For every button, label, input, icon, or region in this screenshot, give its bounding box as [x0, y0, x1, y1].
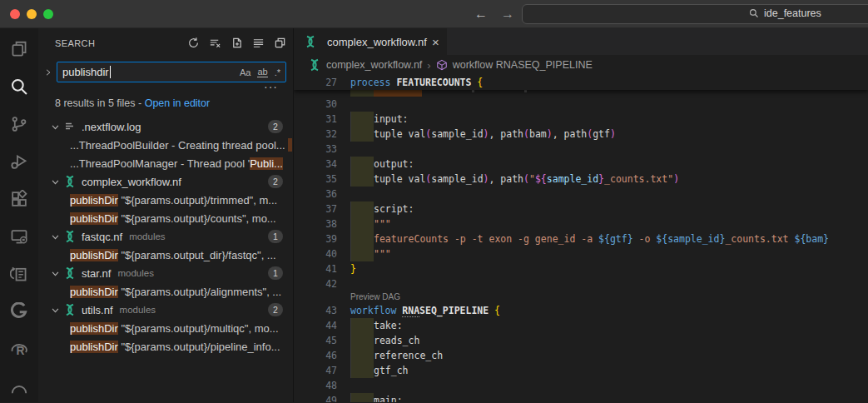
activity-item-explorer[interactable]	[0, 30, 38, 67]
search-file-row[interactable]: .nextflow.log2	[38, 117, 293, 136]
code-line[interactable]: 47gtf_ch	[294, 363, 868, 378]
line-number: 27	[294, 75, 347, 90]
code-line[interactable]: 48	[294, 378, 868, 393]
activity-item-search[interactable]	[0, 67, 38, 105]
code-line[interactable]: 42	[294, 276, 868, 291]
activity-item-run-and-debug[interactable]	[0, 142, 38, 180]
line-number: 46	[294, 348, 347, 363]
search-match-highlight	[374, 90, 422, 97]
activity-item-source-control[interactable]	[0, 105, 38, 142]
indent-rainbow-block	[350, 246, 374, 261]
line-number: 45	[294, 333, 347, 348]
debug-icon	[10, 152, 28, 171]
code-line[interactable]: 45reads_ch	[294, 333, 868, 348]
minimize-window-button[interactable]	[27, 9, 37, 19]
match-case-toggle[interactable]: Aa	[240, 67, 250, 77]
code-line[interactable]: 36	[294, 187, 868, 202]
code-line[interactable]: 41}	[294, 261, 868, 276]
code-area[interactable]: 27process FEATURECOUNTS {3031input:32tup…	[294, 75, 868, 402]
regex-toggle[interactable]: .*	[275, 67, 280, 77]
open-in-editor-link[interactable]: Open in editor	[145, 97, 211, 109]
code-line[interactable]: 44take:	[294, 318, 868, 333]
new-search-editor-icon[interactable]	[231, 37, 243, 49]
search-match-row[interactable]: publishDir "${params.output}/counts", mo…	[38, 209, 293, 227]
command-center-text: ide_features	[764, 7, 821, 19]
activity-item-snippets[interactable]	[0, 255, 38, 292]
line-number: 43	[294, 303, 347, 318]
line-number: 33	[294, 142, 347, 157]
code-line[interactable]: 30	[294, 97, 868, 112]
code-line[interactable]: 49main:	[294, 393, 868, 402]
activity-item-extensions[interactable]	[0, 180, 38, 217]
toggle-replace-chevron-icon[interactable]	[42, 68, 55, 77]
indent-rainbow-block	[350, 393, 374, 402]
line-number: 39	[294, 231, 347, 246]
close-tab-icon[interactable]: ×	[432, 35, 439, 49]
chevron-down-icon[interactable]	[48, 232, 62, 241]
file-name: utils.nf	[82, 304, 113, 316]
search-file-row[interactable]: fastqc.nfmodules1	[38, 227, 293, 246]
chevron-down-icon[interactable]	[48, 269, 62, 278]
toggle-search-details[interactable]: ···	[38, 82, 293, 93]
code-line[interactable]: 37script:	[294, 202, 868, 216]
line-number: 32	[294, 127, 347, 142]
line-number: 47	[294, 363, 347, 378]
back-button[interactable]: ←	[474, 7, 488, 22]
breadcrumb-file[interactable]: complex_workflow.nf	[326, 59, 422, 71]
search-file-row[interactable]: star.nfmodules1	[38, 264, 293, 282]
search-match-row[interactable]: publishDir "${params.output}/trimmed", m…	[38, 191, 293, 209]
line-number: 48	[294, 378, 347, 393]
search-match-row[interactable]: ...ThreadPoolBuilder - Creating thread p…	[38, 136, 293, 154]
collapse-all-icon[interactable]	[274, 37, 286, 49]
code-line[interactable]: 39featureCounts -p -t exon -g gene_id -a…	[294, 231, 868, 246]
refresh-icon[interactable]	[187, 37, 200, 49]
code-line[interactable]: 31input:	[294, 112, 868, 127]
chevron-down-icon[interactable]	[48, 306, 62, 315]
match-highlight: publishDir	[70, 249, 118, 261]
file-name: complex_workflow.nf	[82, 176, 181, 188]
code-line[interactable]: 33	[294, 142, 868, 157]
search-file-row[interactable]: complex_workflow.nf2	[38, 172, 293, 191]
maximize-window-button[interactable]	[43, 9, 53, 19]
search-match-row[interactable]: publishDir "${params.output_dir}/fastqc"…	[38, 246, 293, 264]
codelens-preview-dag[interactable]: Preview DAG	[294, 291, 868, 303]
search-file-row[interactable]: utils.nfmodules2	[38, 301, 293, 319]
nextflow-icon	[63, 303, 77, 316]
search-match-row[interactable]: ...ThreadPoolManager - Thread pool 'Publ…	[38, 154, 293, 172]
match-count-badge: 1	[268, 230, 283, 243]
search-match-row[interactable]: publishDir "${params.output}/pipeline_in…	[38, 337, 293, 356]
breadcrumb-symbol[interactable]: workflow RNASEQ_PIPELINE	[453, 59, 593, 71]
line-number: 36	[294, 187, 347, 202]
whole-word-toggle[interactable]: ab	[257, 67, 267, 77]
search-match-row[interactable]: publishDir "${params.output}/multiqc", m…	[38, 319, 293, 337]
search-sidebar: SEARCH publishdir Aa ab .* ··· 8 results…	[38, 28, 294, 402]
search-match-row[interactable]: publishDir "${params.output}/alignments"…	[38, 282, 293, 301]
activity-item-gitlens[interactable]	[0, 292, 38, 330]
code-line[interactable]: 38"""	[294, 216, 868, 231]
view-as-list-icon[interactable]	[252, 37, 265, 49]
close-window-button[interactable]	[10, 9, 20, 19]
activity-item-more[interactable]	[0, 367, 38, 403]
search-icon	[10, 77, 28, 96]
forward-button[interactable]: →	[501, 7, 514, 22]
command-center[interactable]: ide_features	[522, 4, 868, 24]
sticky-scroll-line[interactable]: 27process FEATURECOUNTS {	[294, 75, 868, 90]
tab-complex-workflow[interactable]: complex_workflow.nf ×	[294, 28, 447, 55]
line-number: 34	[294, 157, 347, 172]
chevron-down-icon[interactable]	[48, 122, 62, 132]
indent-rainbow-block	[350, 172, 374, 187]
code-line[interactable]: 34output:	[294, 157, 868, 172]
line-number: 41	[294, 261, 347, 276]
code-line[interactable]: 35tuple val(sample_id), path("${sample_i…	[294, 172, 868, 187]
line-number: 40	[294, 246, 347, 261]
chevron-down-icon[interactable]	[48, 177, 62, 187]
line-number: 42	[294, 276, 347, 291]
activity-item-r-language[interactable]: R	[0, 330, 38, 367]
code-line[interactable]: 43workflow RNASEQ_PIPELINE {	[294, 303, 868, 318]
activity-item-remote-explorer[interactable]	[0, 217, 38, 255]
clear-search-results-icon[interactable]	[209, 37, 221, 49]
search-input[interactable]: publishdir Aa ab .*	[57, 62, 286, 82]
code-line[interactable]: 40"""	[294, 246, 868, 261]
code-line[interactable]: 46reference_ch	[294, 348, 868, 363]
code-line[interactable]: 32tuple val(sample_id), path(bam), path(…	[294, 127, 868, 142]
